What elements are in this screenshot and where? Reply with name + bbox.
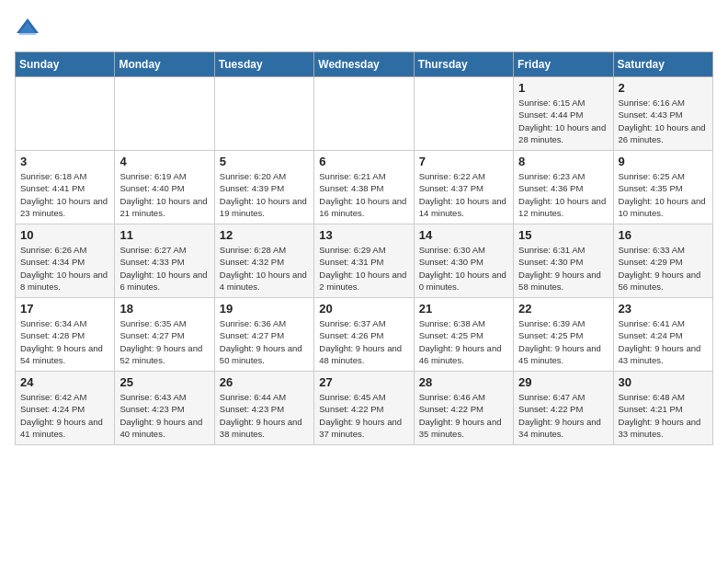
calendar-cell: 14Sunrise: 6:30 AM Sunset: 4:30 PM Dayli… bbox=[414, 224, 513, 298]
day-number: 9 bbox=[619, 155, 708, 168]
day-number: 10 bbox=[20, 228, 109, 242]
calendar-week-row: 10Sunrise: 6:26 AM Sunset: 4:34 PM Dayli… bbox=[16, 224, 713, 298]
calendar-cell: 13Sunrise: 6:29 AM Sunset: 4:31 PM Dayli… bbox=[314, 224, 414, 298]
day-info: Sunrise: 6:47 AM Sunset: 4:22 PM Dayligh… bbox=[518, 391, 608, 440]
day-info: Sunrise: 6:29 AM Sunset: 4:31 PM Dayligh… bbox=[319, 244, 408, 293]
calendar-cell: 30Sunrise: 6:48 AM Sunset: 4:21 PM Dayli… bbox=[613, 372, 712, 445]
day-number: 17 bbox=[20, 302, 109, 316]
day-info: Sunrise: 6:27 AM Sunset: 4:33 PM Dayligh… bbox=[119, 244, 209, 293]
day-number: 13 bbox=[319, 228, 408, 242]
calendar-week-row: 24Sunrise: 6:42 AM Sunset: 4:24 PM Dayli… bbox=[16, 372, 713, 445]
calendar-cell bbox=[115, 77, 214, 151]
day-number: 28 bbox=[419, 375, 508, 389]
calendar-cell: 7Sunrise: 6:22 AM Sunset: 4:37 PM Daylig… bbox=[414, 151, 513, 224]
day-number: 12 bbox=[220, 228, 309, 242]
day-info: Sunrise: 6:30 AM Sunset: 4:30 PM Dayligh… bbox=[419, 244, 508, 293]
day-number: 20 bbox=[319, 302, 408, 316]
calendar-cell: 17Sunrise: 6:34 AM Sunset: 4:28 PM Dayli… bbox=[16, 298, 115, 372]
day-info: Sunrise: 6:26 AM Sunset: 4:34 PM Dayligh… bbox=[20, 244, 109, 293]
calendar-cell: 26Sunrise: 6:44 AM Sunset: 4:23 PM Dayli… bbox=[214, 372, 313, 445]
day-info: Sunrise: 6:20 AM Sunset: 4:39 PM Dayligh… bbox=[220, 170, 309, 219]
day-info: Sunrise: 6:45 AM Sunset: 4:22 PM Dayligh… bbox=[319, 391, 408, 440]
calendar-cell: 20Sunrise: 6:37 AM Sunset: 4:26 PM Dayli… bbox=[314, 298, 414, 372]
day-number: 24 bbox=[20, 375, 109, 389]
calendar-cell: 28Sunrise: 6:46 AM Sunset: 4:22 PM Dayli… bbox=[414, 372, 513, 445]
day-of-week-header: Friday bbox=[514, 52, 613, 77]
day-of-week-header: Tuesday bbox=[214, 52, 313, 77]
calendar-cell: 10Sunrise: 6:26 AM Sunset: 4:34 PM Dayli… bbox=[16, 224, 115, 298]
calendar-cell: 4Sunrise: 6:19 AM Sunset: 4:40 PM Daylig… bbox=[115, 151, 214, 224]
calendar-cell: 21Sunrise: 6:38 AM Sunset: 4:25 PM Dayli… bbox=[414, 298, 513, 372]
calendar-cell: 22Sunrise: 6:39 AM Sunset: 4:25 PM Dayli… bbox=[514, 298, 613, 372]
day-info: Sunrise: 6:43 AM Sunset: 4:23 PM Dayligh… bbox=[119, 391, 209, 440]
logo bbox=[15, 15, 44, 40]
calendar-cell: 27Sunrise: 6:45 AM Sunset: 4:22 PM Dayli… bbox=[314, 372, 414, 445]
day-info: Sunrise: 6:21 AM Sunset: 4:38 PM Dayligh… bbox=[319, 170, 408, 219]
page-header bbox=[15, 15, 713, 40]
day-info: Sunrise: 6:16 AM Sunset: 4:43 PM Dayligh… bbox=[619, 97, 708, 145]
day-number: 18 bbox=[119, 302, 209, 316]
day-info: Sunrise: 6:38 AM Sunset: 4:25 PM Dayligh… bbox=[419, 317, 508, 366]
day-number: 26 bbox=[220, 375, 309, 389]
calendar-cell: 24Sunrise: 6:42 AM Sunset: 4:24 PM Dayli… bbox=[16, 372, 115, 445]
day-number: 30 bbox=[619, 375, 708, 389]
calendar-cell bbox=[214, 77, 313, 151]
day-info: Sunrise: 6:36 AM Sunset: 4:27 PM Dayligh… bbox=[220, 317, 309, 366]
day-info: Sunrise: 6:25 AM Sunset: 4:35 PM Dayligh… bbox=[619, 170, 708, 219]
day-number: 29 bbox=[518, 375, 608, 389]
day-info: Sunrise: 6:22 AM Sunset: 4:37 PM Dayligh… bbox=[419, 170, 508, 219]
calendar-cell: 19Sunrise: 6:36 AM Sunset: 4:27 PM Dayli… bbox=[214, 298, 313, 372]
day-number: 7 bbox=[419, 155, 508, 168]
day-of-week-header: Sunday bbox=[16, 52, 115, 77]
day-info: Sunrise: 6:34 AM Sunset: 4:28 PM Dayligh… bbox=[20, 317, 109, 366]
day-info: Sunrise: 6:39 AM Sunset: 4:25 PM Dayligh… bbox=[518, 317, 608, 366]
day-info: Sunrise: 6:19 AM Sunset: 4:40 PM Dayligh… bbox=[119, 170, 209, 219]
calendar-cell: 11Sunrise: 6:27 AM Sunset: 4:33 PM Dayli… bbox=[115, 224, 214, 298]
day-number: 2 bbox=[619, 81, 708, 95]
calendar-cell: 18Sunrise: 6:35 AM Sunset: 4:27 PM Dayli… bbox=[115, 298, 214, 372]
day-info: Sunrise: 6:28 AM Sunset: 4:32 PM Dayligh… bbox=[220, 244, 309, 293]
day-number: 11 bbox=[119, 228, 209, 242]
day-number: 16 bbox=[619, 228, 708, 242]
day-info: Sunrise: 6:42 AM Sunset: 4:24 PM Dayligh… bbox=[20, 391, 109, 440]
day-number: 23 bbox=[619, 302, 708, 316]
day-number: 3 bbox=[20, 155, 109, 168]
day-info: Sunrise: 6:33 AM Sunset: 4:29 PM Dayligh… bbox=[619, 244, 708, 293]
calendar-cell: 5Sunrise: 6:20 AM Sunset: 4:39 PM Daylig… bbox=[214, 151, 313, 224]
day-info: Sunrise: 6:48 AM Sunset: 4:21 PM Dayligh… bbox=[619, 391, 708, 440]
day-number: 19 bbox=[220, 302, 309, 316]
day-info: Sunrise: 6:18 AM Sunset: 4:41 PM Dayligh… bbox=[20, 170, 109, 219]
calendar-cell bbox=[314, 77, 414, 151]
day-info: Sunrise: 6:44 AM Sunset: 4:23 PM Dayligh… bbox=[220, 391, 309, 440]
day-info: Sunrise: 6:15 AM Sunset: 4:44 PM Dayligh… bbox=[518, 97, 608, 145]
calendar-cell: 23Sunrise: 6:41 AM Sunset: 4:24 PM Dayli… bbox=[613, 298, 712, 372]
day-number: 27 bbox=[319, 375, 408, 389]
calendar-table: SundayMondayTuesdayWednesdayThursdayFrid… bbox=[15, 52, 713, 445]
calendar-cell: 25Sunrise: 6:43 AM Sunset: 4:23 PM Dayli… bbox=[115, 372, 214, 445]
calendar-cell: 29Sunrise: 6:47 AM Sunset: 4:22 PM Dayli… bbox=[514, 372, 613, 445]
logo-icon bbox=[15, 15, 40, 40]
day-number: 25 bbox=[119, 375, 209, 389]
day-info: Sunrise: 6:23 AM Sunset: 4:36 PM Dayligh… bbox=[518, 170, 608, 219]
day-number: 15 bbox=[518, 228, 608, 242]
day-number: 14 bbox=[419, 228, 508, 242]
calendar-cell: 2Sunrise: 6:16 AM Sunset: 4:43 PM Daylig… bbox=[613, 77, 712, 151]
day-of-week-header: Monday bbox=[115, 52, 214, 77]
calendar-cell: 12Sunrise: 6:28 AM Sunset: 4:32 PM Dayli… bbox=[214, 224, 313, 298]
calendar-week-row: 17Sunrise: 6:34 AM Sunset: 4:28 PM Dayli… bbox=[16, 298, 713, 372]
day-number: 6 bbox=[319, 155, 408, 168]
day-of-week-header: Thursday bbox=[414, 52, 513, 77]
calendar-week-row: 3Sunrise: 6:18 AM Sunset: 4:41 PM Daylig… bbox=[16, 151, 713, 224]
calendar-cell bbox=[16, 77, 115, 151]
calendar-cell: 1Sunrise: 6:15 AM Sunset: 4:44 PM Daylig… bbox=[514, 77, 613, 151]
day-of-week-header: Wednesday bbox=[314, 52, 414, 77]
day-number: 21 bbox=[419, 302, 508, 316]
day-info: Sunrise: 6:37 AM Sunset: 4:26 PM Dayligh… bbox=[319, 317, 408, 366]
day-number: 1 bbox=[518, 81, 608, 95]
day-number: 8 bbox=[518, 155, 608, 168]
day-number: 5 bbox=[220, 155, 309, 168]
calendar-cell: 6Sunrise: 6:21 AM Sunset: 4:38 PM Daylig… bbox=[314, 151, 414, 224]
day-info: Sunrise: 6:41 AM Sunset: 4:24 PM Dayligh… bbox=[619, 317, 708, 366]
day-info: Sunrise: 6:46 AM Sunset: 4:22 PM Dayligh… bbox=[419, 391, 508, 440]
day-number: 22 bbox=[518, 302, 608, 316]
